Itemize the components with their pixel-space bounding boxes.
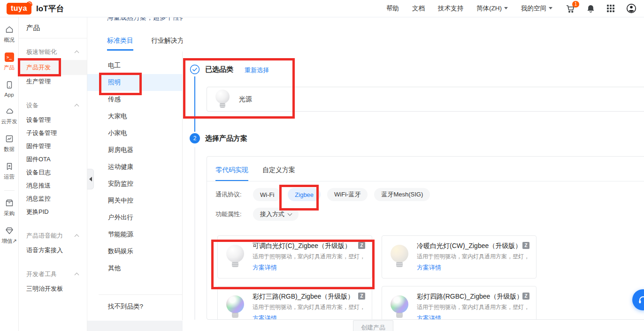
product-card-rgbc-four[interactable]: 彩灯四路(RGBC)_Zigbee（升级版） Z 适用于照明驱动，室内灯具通用方… [382, 286, 537, 320]
sidebar-title: 产品 [19, 17, 87, 38]
product-desc: 适用于照明驱动，室内灯具通用方案，壁灯，... [253, 253, 365, 261]
nav-product[interactable]: >_ 产品 [0, 53, 19, 71]
product-title: 彩灯三路(RGB)_Zigbee（升级版） [253, 293, 355, 301]
sidebar-item-voice-solution-access[interactable]: 语音方案接入 [19, 244, 87, 257]
cart-icon[interactable]: 1 [566, 4, 575, 13]
sidebar-item-message-push[interactable]: 消息推送 [19, 179, 87, 192]
footer-bar: 创建产品 [183, 320, 644, 331]
zigbee-badge-icon: Z [358, 242, 365, 249]
nav-cloud-dev[interactable]: 云开发 [0, 106, 19, 125]
product-card-cw-white[interactable]: 冷暖白光灯(CW)_Zigbee（升级版） Z 适用于照明驱动，室内灯具通用方案… [382, 235, 537, 278]
cloud-icon [5, 106, 14, 116]
sidebar-item-device-management[interactable]: 设备管理 [19, 113, 87, 127]
protocol-pills: Wi-Fi Zigbee WiFi-蓝牙 蓝牙Mesh(SIG) [253, 188, 430, 201]
workspace-dropdown[interactable]: 我的空间 [521, 4, 552, 13]
language-dropdown[interactable]: 简体(ZH) [476, 4, 508, 13]
tab-standard-category[interactable]: 标准类目 [107, 37, 133, 51]
page-bottom-strip [87, 321, 183, 331]
category-electrical[interactable]: 电工 [87, 57, 182, 74]
protocol-label: 通讯协议: [215, 190, 245, 199]
header-link-docs[interactable]: 文档 [412, 4, 425, 13]
package-icon [5, 198, 14, 208]
nav-overview[interactable]: 概况 [0, 25, 19, 44]
avatar[interactable] [626, 3, 636, 14]
sidebar-group-device[interactable]: 设备 [19, 98, 87, 113]
platform-title: IoT平台 [36, 3, 64, 14]
product-sidebar: 产品 极速智能化 产品开发 生产管理 设备 设备管理 子设备管理 固件管理 固件… [19, 17, 87, 331]
header-link-support[interactable]: 技术支持 [438, 4, 463, 13]
step2-title: 选择产品方案 [205, 134, 247, 143]
sidebar-group-dev-tools[interactable]: 开发者工具 [19, 266, 87, 282]
nav-value-added[interactable]: 增值↗ [0, 226, 19, 245]
tab-no-code[interactable]: 零代码实现 [215, 166, 248, 181]
bulb-image [226, 295, 244, 320]
sidebar-collapse-handle[interactable] [87, 169, 94, 189]
tuya-logo-text: tuya [11, 4, 27, 13]
sidebar-item-firmware-ota[interactable]: 固件OTA [19, 153, 87, 166]
category-large-appliance[interactable]: 大家电 [87, 108, 182, 125]
sidebar-item-sandwich-dev-board[interactable]: 三明治开发板 [19, 282, 87, 295]
zigbee-badge-icon: Z [522, 293, 529, 300]
protocol-wifi-bluetooth[interactable]: WiFi-蓝牙 [327, 188, 368, 201]
bulb-image [226, 245, 244, 269]
main-content: 已选品类 重新选择 光源 2 选择产品方案 零代码实现 自定义方案 通讯协议: … [183, 17, 644, 331]
headset-icon [637, 294, 644, 306]
sidebar-item-message-monitor[interactable]: 消息监控 [19, 192, 87, 205]
category-sensor[interactable]: 传感 [87, 91, 182, 108]
protocol-zigbee[interactable]: Zigbee [288, 188, 321, 201]
selected-category-box: 光源 [207, 87, 644, 112]
tuya-logo[interactable]: tuya [7, 3, 31, 15]
header-link-help[interactable]: 帮助 [386, 4, 399, 13]
attribute-filter-row: 功能属性: 接入方式 [215, 208, 644, 221]
category-sport-health[interactable]: 运动健康 [87, 158, 182, 175]
sidebar-item-firmware-management[interactable]: 固件管理 [19, 140, 87, 153]
category-gateway[interactable]: 网关中控 [87, 192, 182, 209]
zigbee-badge-icon: Z [522, 242, 529, 249]
sidebar-item-device-logs[interactable]: 设备日志 [19, 166, 87, 179]
solution-detail-link[interactable]: 方案详情 [253, 314, 277, 320]
category-outdoor[interactable]: 户外出行 [87, 209, 182, 226]
category-small-appliance[interactable]: 小家电 [87, 125, 182, 142]
sidebar-item-product-development[interactable]: 产品开发 [19, 60, 87, 75]
category-digital-entertainment[interactable]: 数码娱乐 [87, 243, 182, 260]
product-card-rgb-three[interactable]: 彩灯三路(RGB)_Zigbee（升级版） Z 适用于照明驱动，室内灯具通用方案… [217, 286, 372, 320]
category-panel: 电工 照明 传感 大家电 小家电 厨房电器 运动健康 安防监控 网关中控 户外出… [87, 52, 183, 320]
attribute-label: 功能属性: [215, 210, 245, 218]
home-icon [5, 25, 14, 34]
sidebar-group-rapid-smart[interactable]: 极速智能化 [19, 44, 87, 60]
nav-purchase[interactable]: 采购 [0, 198, 19, 217]
chart-icon [5, 134, 14, 143]
apps-grid-icon[interactable] [606, 4, 615, 13]
reselect-link[interactable]: 重新选择 [245, 66, 269, 75]
sidebar-group-voice[interactable]: 产品语音能力 [19, 228, 87, 244]
solution-detail-link[interactable]: 方案详情 [417, 263, 441, 272]
sidebar-item-production-management[interactable]: 生产管理 [19, 75, 87, 88]
product-title: 彩灯四路(RGBC)_Zigbee（升级版） [417, 293, 520, 301]
access-mode-dropdown[interactable]: 接入方式 [253, 208, 299, 221]
cart-badge: 1 [572, 1, 579, 8]
product-grid: 可调白光灯(C)_Zigbee（升级版） Z 适用于照明驱动，室内灯具通用方案，… [217, 235, 644, 320]
category-other[interactable]: 其他 [87, 260, 182, 277]
category-not-found-link[interactable]: 找不到品类? [87, 295, 182, 311]
nav-data[interactable]: 数据 [0, 134, 19, 153]
step1-title: 已选品类 [205, 65, 233, 74]
category-kitchen-appliance[interactable]: 厨房电器 [87, 142, 182, 158]
solution-detail-link[interactable]: 方案详情 [417, 314, 441, 320]
category-security[interactable]: 安防监控 [87, 175, 182, 192]
category-lighting[interactable]: 照明 [87, 74, 182, 91]
protocol-wifi[interactable]: Wi-Fi [253, 188, 281, 201]
nav-operations[interactable]: 运营 [0, 162, 19, 181]
nav-app[interactable]: App [0, 80, 19, 98]
notification-bell-icon[interactable] [586, 4, 595, 13]
category-energy[interactable]: 节能能源 [87, 226, 182, 243]
tab-custom-solution[interactable]: 自定义方案 [262, 166, 295, 181]
create-product-button[interactable]: 创建产品 [353, 320, 393, 331]
step2-number-badge: 2 [190, 133, 200, 143]
product-card-dimmable-white[interactable]: 可调白光灯(C)_Zigbee（升级版） Z 适用于照明驱动，室内灯具通用方案，… [217, 235, 372, 278]
sidebar-item-subdevice-management[interactable]: 子设备管理 [19, 127, 87, 140]
protocol-bluetooth-mesh[interactable]: 蓝牙Mesh(SIG) [374, 188, 430, 201]
bookmark-star-icon [5, 162, 14, 171]
sidebar-item-change-pid[interactable]: 更换PID [19, 205, 87, 218]
solution-detail-link[interactable]: 方案详情 [253, 263, 277, 272]
step1-check-icon [190, 64, 200, 75]
